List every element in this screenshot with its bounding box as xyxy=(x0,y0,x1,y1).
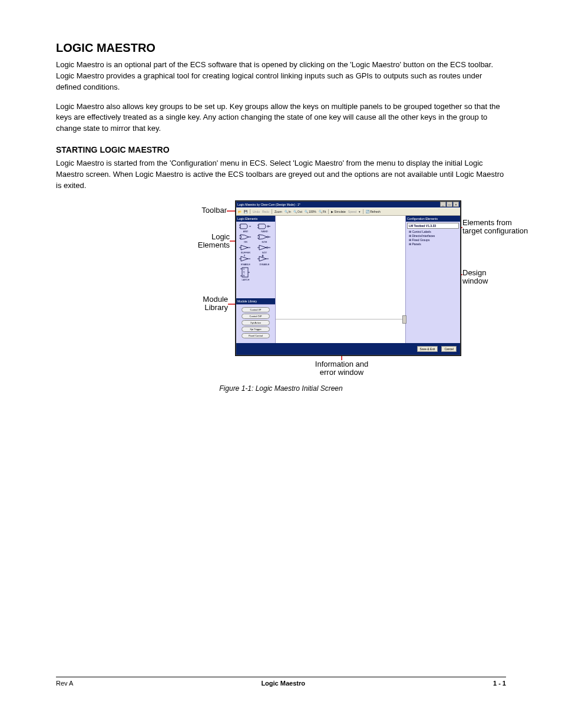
tree-item[interactable]: ⊞ Control Labels xyxy=(409,230,459,233)
config-elements-header: Configuration Elements xyxy=(406,216,460,222)
svg-text:R: R xyxy=(243,275,245,277)
app-title: Logic Maestro by Clear-Com (Design Mode)… xyxy=(237,203,300,206)
callout-info-text2: error window xyxy=(320,368,363,377)
callout-module-text: Module Library xyxy=(203,295,228,312)
logic-elements-header: Logic Elements xyxy=(236,216,275,222)
toolbar: 📂 💾 Undo Redo Zoom 🔍 In 🔍 Out 🔍 100% 🔍 F… xyxy=(236,207,460,216)
intro-para-2: Logic Maestro also allows key groups to … xyxy=(56,101,506,135)
callout-design-text1: Design xyxy=(462,268,486,277)
minimize-button[interactable]: _ xyxy=(440,202,446,207)
module-xpt-action[interactable]: Xpt Action xyxy=(242,320,270,325)
zoom-out-button[interactable]: 🔍 Out xyxy=(293,210,302,213)
figure-caption: Figure 1-1: Logic Maestro Initial Screen xyxy=(56,384,506,393)
footer-left: Rev A xyxy=(56,680,73,687)
callout-design-window: Design window xyxy=(462,269,510,286)
svg-point-13 xyxy=(267,236,268,237)
callout-info-window: Information and error window xyxy=(303,360,380,377)
splitter-handle[interactable] xyxy=(402,315,406,324)
zoom-fit-button[interactable]: 🔍 Fit xyxy=(319,210,326,213)
callout-config-elements: Elements from target configuration xyxy=(462,219,539,236)
callout-elements-text1: Elements from xyxy=(462,218,512,227)
bottom-bar: Save & Exit Cancel xyxy=(236,343,460,355)
right-column: Configuration Elements LM Testbed V1.3.3… xyxy=(406,216,460,343)
app-window: Logic Maestro by Clear-Com (Design Mode)… xyxy=(236,201,461,355)
left-column: Logic Elements AND NAND OR NOR B xyxy=(236,216,275,343)
cancel-button[interactable]: Cancel xyxy=(441,346,457,352)
save-icon[interactable]: 💾 xyxy=(244,210,247,213)
module-library-panel: Control I/P Control O/P Xpt Action Xpt T… xyxy=(236,304,275,343)
nand-gate-icon[interactable] xyxy=(257,223,272,230)
config-elements-panel: LM Testbed V1.3.33 ⊞ Control Labels ⊞ Di… xyxy=(406,222,460,343)
callout-elements-text2: target configuration xyxy=(462,226,528,235)
and-label: AND xyxy=(243,230,248,233)
open-icon[interactable]: 📂 xyxy=(238,210,242,213)
callout-toolbar: Toolbar xyxy=(191,206,227,215)
enable-label: ENABLE xyxy=(241,263,250,266)
start-para: Logic Maestro is started from the 'Confi… xyxy=(56,158,506,192)
callout-logic-text: Logic Elements xyxy=(198,232,230,249)
zoom-pct-button[interactable]: 🔍 100% xyxy=(305,210,316,213)
page-footer: Rev A Logic Maestro 1 - 1 xyxy=(56,677,506,687)
maximize-button[interactable]: □ xyxy=(447,202,452,207)
design-canvas[interactable] xyxy=(275,216,406,343)
subsection-title: STARTING LOGIC MAESTRO xyxy=(56,145,506,154)
undo-button[interactable]: Undo xyxy=(253,210,260,213)
svg-point-14 xyxy=(266,246,267,248)
module-control-ip[interactable]: Control I/P xyxy=(242,307,270,312)
figure-logic-maestro: Toolbar Logic Elements Module Library El… xyxy=(56,201,506,396)
speed-button[interactable]: Speed xyxy=(348,210,356,213)
latch-gate-icon[interactable]: SQR xyxy=(240,266,251,278)
disable-gate-icon[interactable] xyxy=(257,255,272,263)
latch-label: LATCH xyxy=(242,278,250,281)
svg-point-12 xyxy=(267,225,269,226)
tree-item[interactable]: ⊞ Fixed Groups xyxy=(409,238,459,242)
enable-gate-icon[interactable] xyxy=(239,255,252,263)
zoom-in-button[interactable]: 🔍 In xyxy=(285,210,291,213)
module-library-header: Module Library xyxy=(236,298,275,304)
not-gate-icon[interactable] xyxy=(257,244,272,251)
close-button[interactable]: × xyxy=(453,202,459,207)
callout-design-text2: window xyxy=(462,276,488,285)
nor-gate-icon[interactable] xyxy=(257,233,272,241)
svg-text:S: S xyxy=(243,268,244,271)
footer-center: Logic Maestro xyxy=(261,680,305,687)
refresh-button[interactable]: 🔄 Refresh xyxy=(366,210,381,213)
nor-label: NOR xyxy=(262,241,267,243)
footer-right: 1 - 1 xyxy=(493,680,506,687)
not-label: NOT xyxy=(262,251,267,254)
zoom-label: Zoom xyxy=(275,210,282,213)
or-gate-icon[interactable] xyxy=(239,233,252,241)
save-exit-button[interactable]: Save & Exit xyxy=(417,346,438,352)
config-title[interactable]: LM Testbed V1.3.33 xyxy=(407,223,459,229)
nand-label: NAND xyxy=(261,230,267,233)
or-label: OR xyxy=(244,241,247,243)
buffer-gate-icon[interactable] xyxy=(239,244,252,251)
tree-item[interactable]: ⊞ Panels xyxy=(409,242,459,246)
and-gate-icon[interactable] xyxy=(239,223,252,230)
disable-label: DISABLE xyxy=(260,263,270,266)
svg-text:Q: Q xyxy=(243,271,245,274)
module-control-op[interactable]: Control O/P xyxy=(242,314,270,319)
info-panel xyxy=(276,319,405,343)
callout-logic-elements: Logic Elements xyxy=(189,233,230,250)
module-xpt-trigger[interactable]: Xpt Trigger xyxy=(242,327,270,332)
tree-item[interactable]: ⊞ Directs/Interfaces xyxy=(409,234,459,238)
module-panel-control[interactable]: Panel Control xyxy=(242,333,270,338)
section-title: LOGIC MAESTRO xyxy=(56,41,506,55)
redo-button[interactable]: Redo xyxy=(262,210,269,213)
title-bar: Logic Maestro by Clear-Com (Design Mode)… xyxy=(236,202,460,207)
intro-para-1: Logic Maestro is an optional part of the… xyxy=(56,60,506,93)
callout-module-library: Module Library xyxy=(193,295,228,312)
logic-elements-panel: AND NAND OR NOR BUFFER NOT xyxy=(236,222,275,298)
buffer-label: BUFFER xyxy=(241,251,250,254)
svg-point-15 xyxy=(262,255,263,256)
simulate-button[interactable]: ▶ Simulate xyxy=(331,210,345,213)
callout-info-text1: Information and xyxy=(315,360,368,368)
